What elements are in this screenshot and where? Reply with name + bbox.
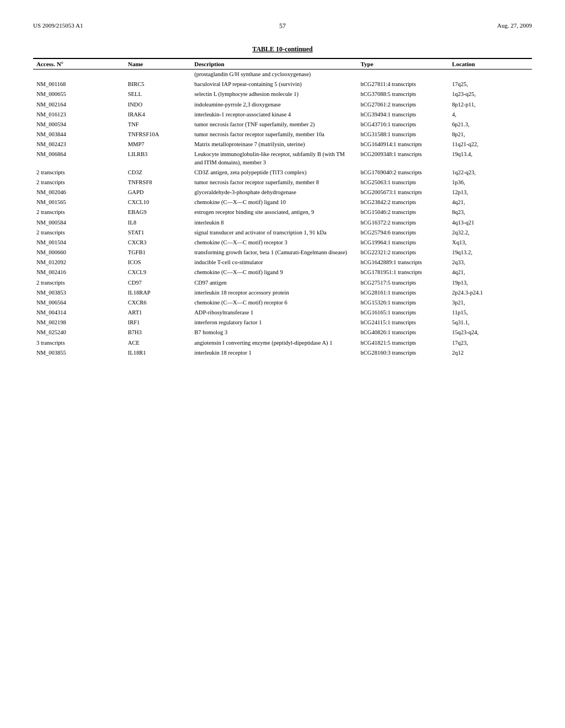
cell-location: 1p36, <box>449 178 532 188</box>
cell-name: IRF1 <box>125 318 191 328</box>
cell-location: 19q13.4, <box>449 149 532 167</box>
cell-location: 11p15, <box>449 308 532 318</box>
table-row: NM_003855IL18R1interleukin 18 receptor 1… <box>33 348 532 358</box>
cell-description: selectin L (lymphocyte adhesion molecule… <box>191 89 357 99</box>
cell-location: 5q31.1, <box>449 318 532 328</box>
cell-location <box>449 69 532 80</box>
cell-type: hCG24115:1 transcripts <box>358 318 449 328</box>
cell-access: 3 transcripts <box>33 338 125 348</box>
cell-access: NM_003844 <box>33 130 125 140</box>
cell-access: NM_003855 <box>33 348 125 358</box>
table-row: NM_002164INDOindoleamine-pyrrole 2,3 dio… <box>33 100 532 110</box>
cell-name: GAPD <box>125 188 191 197</box>
cell-description: transforming growth factor, beta 1 (Camu… <box>191 248 357 258</box>
page-number-center: 57 <box>279 22 286 30</box>
cell-type: hCG16165:1 transcripts <box>358 308 449 318</box>
table-row: NM_001168BIRC5baculoviral IAP repeat-con… <box>33 79 532 89</box>
cell-name: CXCL9 <box>125 267 191 277</box>
table-row: NM_002423MMP7Matrix metalloproteinase 7 … <box>33 140 532 149</box>
cell-description: B7 homolog 3 <box>191 328 357 338</box>
table-row: NM_002198IRF1interferon regulatory facto… <box>33 318 532 328</box>
cell-access: NM_000660 <box>33 248 125 258</box>
header-row: US 2009/215053 A1 57 Aug. 27, 2009 <box>33 22 532 29</box>
cell-type: hCG1640914:1 transcripts <box>358 140 449 149</box>
cell-description: Leukocyte immunoglobulin-like receptor, … <box>191 149 357 167</box>
cell-name: LILRB3 <box>125 149 191 167</box>
cell-type: hCG22321:2 transcripts <box>358 248 449 258</box>
col-header-name: Name <box>125 58 191 69</box>
cell-type: hCG25063:1 transcripts <box>358 178 449 188</box>
cell-type: hCG37088:5 transcripts <box>358 89 449 99</box>
cell-location: 2q12 <box>449 348 532 358</box>
cell-access: NM_000655 <box>33 89 125 99</box>
cell-description: indoleamine-pyrrole 2,3 dioxygenase <box>191 100 357 110</box>
cell-location: 12p13, <box>449 188 532 197</box>
patent-number: US 2009/215053 A1 <box>33 22 83 29</box>
cell-name: ACE <box>125 338 191 348</box>
cell-type <box>358 69 449 80</box>
cell-name: EBAG9 <box>125 207 191 217</box>
cell-location: 4q21, <box>449 197 532 207</box>
cell-name: BIRC5 <box>125 79 191 89</box>
cell-name: CD97 <box>125 278 191 288</box>
table-title: TABLE 10-continued <box>33 45 532 53</box>
cell-name: B7H3 <box>125 328 191 338</box>
cell-description: tumor necrosis factor receptor superfami… <box>191 178 357 188</box>
data-table: Access. N° Name Description Type Locatio… <box>33 58 532 358</box>
table-row: NM_012092ICOSinducible T-cell co-stimula… <box>33 258 532 267</box>
cell-location: 8p12-p11, <box>449 100 532 110</box>
cell-type: hCG25794:6 transcripts <box>358 228 449 238</box>
cell-name: CXCR6 <box>125 298 191 308</box>
table-row: NM_016123IRAK4interleukin-1 receptor-ass… <box>33 110 532 120</box>
cell-location: 6p21.3, <box>449 120 532 130</box>
cell-description: interleukin-1 receptor-associated kinase… <box>191 110 357 120</box>
cell-type: hCG15046:2 transcripts <box>358 207 449 217</box>
cell-type: hCG16372:2 transcripts <box>358 218 449 228</box>
cell-access: NM_000584 <box>33 218 125 228</box>
cell-access: 2 transcripts <box>33 228 125 238</box>
table-row: NM_004314ART1ADP-ribosyltransferase 1hCG… <box>33 308 532 318</box>
cell-access: NM_012092 <box>33 258 125 267</box>
cell-location: 3p21, <box>449 298 532 308</box>
cell-type: hCG23842:2 transcripts <box>358 197 449 207</box>
cell-description: tumor necrosis factor receptor superfami… <box>191 130 357 140</box>
cell-name <box>125 69 191 80</box>
table-row: NM_003844TNFRSF10Atumor necrosis factor … <box>33 130 532 140</box>
cell-description: CD97 antigen <box>191 278 357 288</box>
cell-type: hCG39494:1 transcripts <box>358 110 449 120</box>
cell-access: 2 transcripts <box>33 178 125 188</box>
cell-name: TNFRSF8 <box>125 178 191 188</box>
cell-description: ADP-ribosyltransferase 1 <box>191 308 357 318</box>
cell-description: chemokine (C—X—C motif) receptor 3 <box>191 238 357 248</box>
cell-location: Xq13, <box>449 238 532 248</box>
cell-name: TGFB1 <box>125 248 191 258</box>
table-row: (prostaglandin G/H synthase and cyclooxy… <box>33 69 532 80</box>
table-row: NM_002046GAPDglyceraldehyde-3-phosphate … <box>33 188 532 197</box>
cell-name: CD3Z <box>125 168 191 178</box>
cell-type: hCG27517:5 transcripts <box>358 278 449 288</box>
cell-access: NM_002164 <box>33 100 125 110</box>
cell-name: ART1 <box>125 308 191 318</box>
cell-name: TNF <box>125 120 191 130</box>
cell-type: hCG40826:1 transcripts <box>358 328 449 338</box>
cell-access: NM_002416 <box>33 267 125 277</box>
cell-access: NM_001565 <box>33 197 125 207</box>
cell-description: chemokine (C—X—C motif) ligand 9 <box>191 267 357 277</box>
table-row: NM_000655SELLselectin L (lymphocyte adhe… <box>33 89 532 99</box>
cell-type: hCG1781951:1 transcripts <box>358 267 449 277</box>
date-right: Aug. 27, 2009 <box>497 22 532 29</box>
table-row: 3 transcriptsACEangiotensin I converting… <box>33 338 532 348</box>
cell-name: TNFRSF10A <box>125 130 191 140</box>
table-row: NM_001565CXCL10chemokine (C—X—C motif) l… <box>33 197 532 207</box>
cell-description: CD3Z antigen, zeta polypeptide (TiT3 com… <box>191 168 357 178</box>
cell-access: NM_001168 <box>33 79 125 89</box>
col-header-type: Type <box>358 58 449 69</box>
page-container: US 2009/215053 A1 57 Aug. 27, 2009 TABLE… <box>0 0 565 728</box>
cell-access: NM_002423 <box>33 140 125 149</box>
cell-access: NM_004314 <box>33 308 125 318</box>
cell-location: 2q32.2, <box>449 228 532 238</box>
cell-type: hCG27811:4 transcripts <box>358 79 449 89</box>
cell-access: 2 transcripts <box>33 207 125 217</box>
cell-location: 19p13, <box>449 278 532 288</box>
cell-location: 4q21, <box>449 267 532 277</box>
